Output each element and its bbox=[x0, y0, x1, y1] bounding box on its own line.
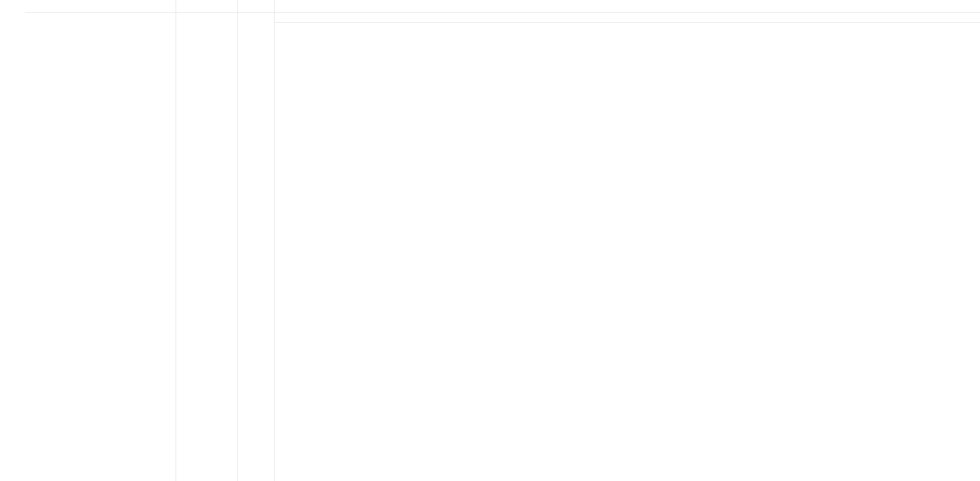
complete-body bbox=[238, 23, 274, 481]
people-header[interactable] bbox=[176, 0, 237, 13]
people-body bbox=[176, 23, 237, 481]
tasklist-body bbox=[25, 23, 176, 481]
people-column bbox=[176, 0, 238, 481]
tasklist-header bbox=[25, 0, 176, 13]
left-margin bbox=[0, 0, 25, 481]
day-header bbox=[275, 13, 980, 23]
complete-header[interactable] bbox=[238, 0, 274, 13]
complete-column bbox=[238, 0, 275, 481]
gantt-rows bbox=[275, 23, 980, 481]
gantt-area[interactable] bbox=[275, 0, 980, 481]
month-header bbox=[275, 0, 980, 13]
task-list-column bbox=[25, 0, 176, 481]
